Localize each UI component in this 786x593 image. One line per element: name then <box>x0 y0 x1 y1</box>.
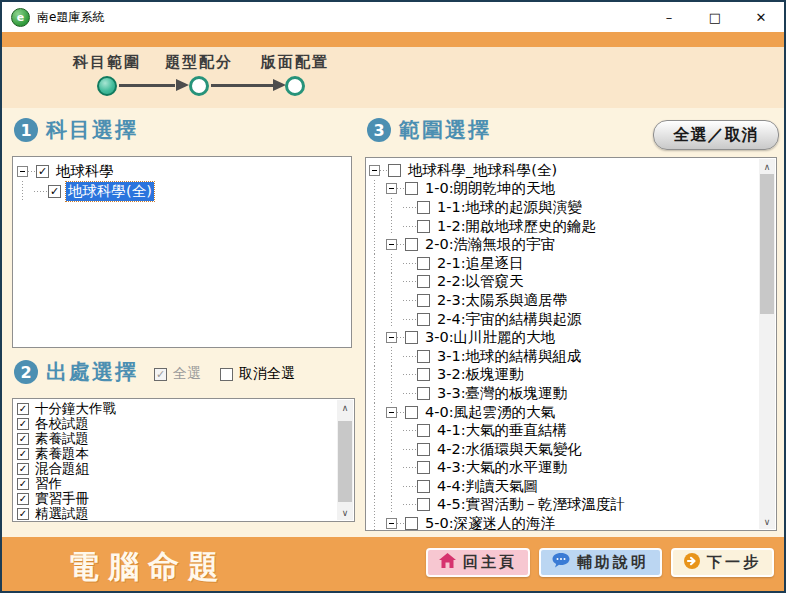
tree-item-label[interactable]: 4-1:大氣的垂直結構 <box>435 421 569 440</box>
scrollbar-thumb[interactable] <box>338 421 352 502</box>
tree-row[interactable]: 地球科學_地球科學(全) <box>369 161 758 180</box>
tree-collapse-icon[interactable] <box>386 332 397 343</box>
checkbox[interactable] <box>417 350 430 363</box>
tree-row[interactable]: ✓地球科學(全) <box>17 181 347 201</box>
checkbox[interactable]: ✓ <box>17 418 29 430</box>
tree-row[interactable]: 4-2:水循環與天氣變化 <box>369 440 758 459</box>
tree-item-label[interactable]: 4-3:大氣的水平運動 <box>435 458 569 477</box>
checkbox[interactable] <box>417 275 430 288</box>
tree-item-label[interactable]: 2-3:太陽系與適居帶 <box>435 291 569 310</box>
tree-collapse-icon[interactable] <box>386 407 397 418</box>
checkbox[interactable] <box>417 443 430 456</box>
checkbox[interactable] <box>405 182 418 195</box>
maximize-button[interactable]: □ <box>692 2 738 32</box>
tree-item-label[interactable]: 4-4:判讀天氣圖 <box>435 477 540 496</box>
minimize-button[interactable]: – <box>646 2 692 32</box>
tree-item-label[interactable]: 地球科學(全) <box>66 182 154 201</box>
checkbox[interactable] <box>405 406 418 419</box>
tree-item-label[interactable]: 地球科學 <box>54 162 116 181</box>
list-item[interactable]: ✓ <box>16 521 336 522</box>
scroll-down-icon[interactable]: ∨ <box>337 505 353 520</box>
checkbox[interactable]: ✓ <box>36 165 49 178</box>
tree-item-label[interactable]: 地球科學_地球科學(全) <box>406 161 559 180</box>
tree-row[interactable]: 3-2:板塊運動 <box>369 366 758 385</box>
tree-row[interactable]: 4-5:實習活動－乾溼球溫度計 <box>369 496 758 515</box>
checkbox[interactable] <box>417 313 430 326</box>
checkbox[interactable]: ✓ <box>17 448 29 460</box>
list-item-label[interactable]: 精選試題 <box>33 505 91 523</box>
source-scrollbar[interactable]: ∧ ∨ <box>337 400 353 520</box>
tree-row[interactable]: 3-0:山川壯麗的大地 <box>369 328 758 347</box>
tree-row[interactable]: 1-2:開啟地球歷史的鑰匙 <box>369 217 758 236</box>
tree-row[interactable]: 3-1:地球的結構與組成 <box>369 347 758 366</box>
checkbox[interactable] <box>405 331 418 344</box>
checkbox[interactable] <box>417 201 430 214</box>
checkbox[interactable] <box>417 387 430 400</box>
checkbox[interactable] <box>417 498 430 511</box>
tree-row[interactable]: 4-0:風起雲湧的大氣 <box>369 403 758 422</box>
range-scrollbar[interactable]: ∧ ∨ <box>759 159 775 529</box>
tree-row[interactable]: 1-0:朗朗乾坤的天地 <box>369 180 758 199</box>
checkbox[interactable] <box>417 461 430 474</box>
list-item[interactable]: ✓精選試題 <box>16 506 336 521</box>
tree-item-label[interactable]: 2-1:追星逐日 <box>435 254 526 273</box>
tree-item-label[interactable]: 3-0:山川壯麗的大地 <box>423 328 557 347</box>
checkbox[interactable] <box>417 424 430 437</box>
tree-item-label[interactable]: 2-0:浩瀚無垠的宇宙 <box>423 235 557 254</box>
tree-row[interactable]: 2-1:追星逐日 <box>369 254 758 273</box>
checkbox[interactable]: ✓ <box>17 403 29 415</box>
checkbox[interactable]: ✓ <box>17 433 29 445</box>
scroll-down-icon[interactable]: ∨ <box>759 514 775 529</box>
tree-row[interactable]: 3-3:臺灣的板塊運動 <box>369 384 758 403</box>
tree-item-label[interactable]: 2-2:以管窺天 <box>435 272 526 291</box>
select-all-toggle-button[interactable]: 全選／取消 <box>653 120 779 150</box>
checkbox[interactable] <box>417 220 430 233</box>
scroll-up-icon[interactable]: ∧ <box>337 400 353 415</box>
checkbox[interactable] <box>417 294 430 307</box>
checkbox[interactable] <box>405 517 418 530</box>
tree-row[interactable]: 5-0:深邃迷人的海洋 <box>369 514 758 531</box>
scroll-up-icon[interactable]: ∧ <box>759 159 775 174</box>
tree-collapse-icon[interactable] <box>386 183 397 194</box>
tree-collapse-icon[interactable] <box>369 165 380 176</box>
tree-item-label[interactable]: 4-0:風起雲湧的大氣 <box>423 403 557 422</box>
checkbox[interactable]: ✓ <box>48 185 61 198</box>
checkbox[interactable] <box>417 368 430 381</box>
checkbox[interactable] <box>388 164 401 177</box>
home-button[interactable]: 回主頁 <box>426 548 530 577</box>
tree-item-label[interactable]: 3-2:板塊運動 <box>435 365 526 384</box>
tree-item-label[interactable]: 4-2:水循環與天氣變化 <box>435 440 584 459</box>
tree-collapse-icon[interactable] <box>17 166 28 177</box>
tree-collapse-icon[interactable] <box>386 239 397 250</box>
checkbox[interactable]: ✓ <box>17 463 29 475</box>
next-step-button[interactable]: 下一步 <box>671 548 774 577</box>
tree-row[interactable]: 2-0:浩瀚無垠的宇宙 <box>369 235 758 254</box>
tree-row[interactable]: 4-1:大氣的垂直結構 <box>369 421 758 440</box>
tree-row[interactable]: 4-4:判讀天氣圖 <box>369 477 758 496</box>
list-item[interactable]: ✓混合題組 <box>16 461 336 476</box>
tree-item-label[interactable]: 1-0:朗朗乾坤的天地 <box>423 179 557 198</box>
checkbox[interactable]: ✓ <box>17 493 29 505</box>
tree-row[interactable]: 4-3:大氣的水平運動 <box>369 459 758 478</box>
help-button[interactable]: 輔助說明 <box>539 548 662 577</box>
tree-row[interactable]: ✓地球科學 <box>17 161 347 181</box>
close-button[interactable]: ✕ <box>738 2 784 32</box>
tree-row[interactable]: 2-4:宇宙的結構與起源 <box>369 310 758 329</box>
select-all-checkbox[interactable]: ✓ <box>154 368 167 381</box>
tree-collapse-icon[interactable] <box>386 518 397 529</box>
tree-item-label[interactable]: 2-4:宇宙的結構與起源 <box>435 310 584 329</box>
deselect-all-checkbox[interactable] <box>220 368 233 381</box>
checkbox[interactable] <box>405 238 418 251</box>
tree-item-label[interactable]: 1-1:地球的起源與演變 <box>435 198 584 217</box>
tree-item-label[interactable]: 5-0:深邃迷人的海洋 <box>423 514 557 531</box>
tree-row[interactable]: 2-3:太陽系與適居帶 <box>369 291 758 310</box>
checkbox[interactable] <box>417 480 430 493</box>
tree-item-label[interactable]: 3-3:臺灣的板塊運動 <box>435 384 569 403</box>
scrollbar-thumb[interactable] <box>760 174 774 314</box>
checkbox[interactable] <box>417 257 430 270</box>
tree-item-label[interactable]: 4-5:實習活動－乾溼球溫度計 <box>435 495 627 514</box>
checkbox[interactable]: ✓ <box>17 478 29 490</box>
tree-item-label[interactable]: 3-1:地球的結構與組成 <box>435 347 584 366</box>
tree-row[interactable]: 1-1:地球的起源與演變 <box>369 198 758 217</box>
tree-row[interactable]: 2-2:以管窺天 <box>369 273 758 292</box>
